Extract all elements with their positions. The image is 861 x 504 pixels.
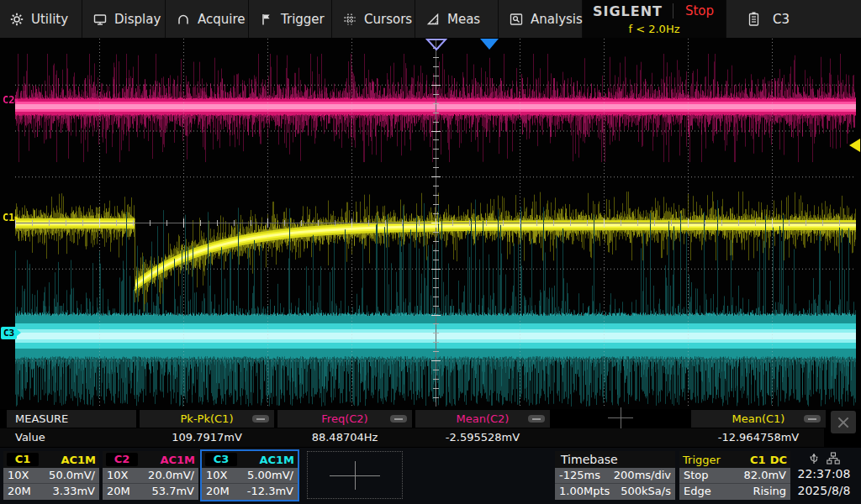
- measure-slot-2[interactable]: Freq(C2): [277, 410, 412, 428]
- trigger-position-marker[interactable]: [479, 38, 499, 50]
- menu-display[interactable]: Display: [83, 0, 166, 38]
- measure-value-2: 88.48704Hz: [312, 428, 378, 447]
- menu-meas[interactable]: Meas: [416, 0, 499, 38]
- measure-slot-3-name: Mean(C2): [457, 412, 510, 425]
- close-measure-button[interactable]: [831, 411, 856, 433]
- measure-slot-5[interactable]: Mean(C1): [691, 410, 826, 428]
- menu-utility-label: Utility: [31, 12, 68, 27]
- timebase-scale: 200ms/div: [614, 468, 671, 483]
- add-channel-placeholder[interactable]: [307, 451, 403, 499]
- timebase-delay: -125ms: [559, 468, 600, 483]
- timebase-title: Timebase: [555, 451, 675, 468]
- active-channel-label: C3: [773, 12, 790, 27]
- menu-trigger-label: Trigger: [281, 12, 325, 27]
- c1-coupling: AC1M: [61, 454, 96, 466]
- measure-value-5: -12.964758mV: [718, 428, 800, 447]
- flag-icon: [260, 13, 273, 26]
- system-status-block: 22:37:08 2025/8/8: [789, 451, 859, 501]
- add-channel-plus-icon: [330, 463, 380, 488]
- lan-icon: [827, 452, 840, 465]
- status-panel: SIGLENT Stop f < 2.0Hz: [583, 0, 726, 38]
- timebase-samplerate: 500kSa/s: [621, 484, 671, 499]
- menu-acquire-label: Acquire: [198, 12, 246, 27]
- menu-display-label: Display: [114, 12, 161, 27]
- trigger-source: C1: [750, 454, 766, 466]
- c3-badge: C3: [205, 453, 237, 466]
- battery-icon: [748, 12, 759, 26]
- bottom-status-bar: C1AC1M 10X50.0mV/ 20M3.33mV C2AC1M 10X20…: [0, 448, 861, 504]
- measure-slot-3[interactable]: Mean(C2): [415, 410, 550, 428]
- measure-slot-1-name: Pk-Pk(C1): [181, 412, 234, 425]
- trigger-delay-marker[interactable]: [425, 38, 447, 51]
- run-state: Stop: [673, 3, 726, 18]
- menu-trigger[interactable]: Trigger: [250, 0, 332, 38]
- arch-icon: [177, 13, 190, 26]
- c2-badge: C2: [106, 453, 138, 466]
- menu-cursors[interactable]: Cursors: [333, 0, 415, 38]
- value-row-label: Value: [15, 428, 45, 447]
- channel-descriptor-c2[interactable]: C2AC1M 10X20.0mV/ 20M53.7mV: [103, 451, 198, 500]
- trigger-coupling: DC: [770, 454, 787, 466]
- clock-date: 2025/8/8: [789, 482, 859, 499]
- gear-icon: [10, 13, 24, 26]
- menu-acquire[interactable]: Acquire: [166, 0, 249, 38]
- trigger-level: 82.0mV: [743, 468, 786, 483]
- cursors-grid-icon: [343, 13, 357, 26]
- measure-value-3: -2.595528mV: [446, 428, 520, 447]
- remove-measure-1-button[interactable]: [252, 415, 269, 423]
- usb-icon: [809, 452, 819, 465]
- trigger-box[interactable]: Trigger C1 DC Stop82.0mV EdgeRising: [679, 451, 790, 500]
- trigger-title: Trigger: [683, 454, 721, 466]
- add-measure-button[interactable]: [608, 409, 633, 428]
- siglent-logo: SIGLENT: [583, 3, 673, 19]
- c1-badge: C1: [7, 453, 39, 466]
- remove-measure-5-button[interactable]: [804, 415, 821, 423]
- measure-slot-1[interactable]: Pk-Pk(C1): [140, 410, 274, 428]
- set-square-icon: [426, 13, 440, 26]
- c3-position-marker[interactable]: C3: [1, 327, 17, 339]
- channel-descriptor-c1[interactable]: C1AC1M 10X50.0mV/ 20M3.33mV: [3, 451, 99, 500]
- measure-title: MEASURE: [7, 410, 136, 428]
- c2-coupling: AC1M: [160, 454, 195, 466]
- monitor-icon: [93, 13, 107, 26]
- timebase-memory: 1.00Mpts: [559, 484, 610, 499]
- c2-position-marker[interactable]: C2▶: [3, 95, 18, 106]
- measure-slot-2-name: Freq(C2): [321, 412, 367, 425]
- trigger-status: Stop: [684, 468, 709, 483]
- remove-measure-2-button[interactable]: [390, 415, 407, 423]
- c3-coupling: AC1M: [259, 454, 294, 466]
- oscilloscope-screen: Utility Display Acquire Trigger Cursors …: [0, 0, 861, 504]
- measure-value-row: Value 109.7917mV 88.48704Hz -2.595528mV …: [0, 428, 824, 447]
- measure-slot-5-name: Mean(C1): [732, 412, 785, 425]
- active-channel-panel[interactable]: C3: [726, 0, 861, 38]
- remove-measure-3-button[interactable]: [528, 415, 545, 423]
- menu-cursors-label: Cursors: [364, 12, 412, 27]
- measure-value-1: 109.7917mV: [172, 428, 242, 447]
- menu-utility[interactable]: Utility: [0, 0, 82, 38]
- measure-bar: MEASURE Pk-Pk(C1) Freq(C2) Mean(C2) Mean…: [0, 409, 861, 448]
- menu-analysis[interactable]: Analysis: [499, 0, 583, 38]
- menu-meas-label: Meas: [447, 12, 480, 27]
- waveform-canvas[interactable]: [15, 39, 856, 407]
- c1-position-marker[interactable]: C1▶: [3, 213, 18, 223]
- menu-analysis-label: Analysis: [531, 12, 583, 27]
- trigger-type: Edge: [684, 484, 711, 499]
- timebase-box[interactable]: Timebase -125ms200ms/div 1.00Mpts500kSa/…: [555, 451, 675, 500]
- trigger-slope: Rising: [753, 484, 786, 499]
- trigger-level-marker[interactable]: [848, 138, 861, 153]
- channel-descriptor-c3[interactable]: C3AC1M 10X5.00mV/ 20M-12.3mV: [202, 451, 298, 500]
- waveform-plot-area: C2▶ C1▶ C3: [0, 38, 861, 409]
- trigger-frequency-readout: f < 2.0Hz: [583, 22, 726, 38]
- clock-time: 22:37:08: [789, 465, 859, 482]
- magnifier-box-icon: [510, 13, 523, 26]
- top-menu-bar: Utility Display Acquire Trigger Cursors …: [0, 0, 861, 38]
